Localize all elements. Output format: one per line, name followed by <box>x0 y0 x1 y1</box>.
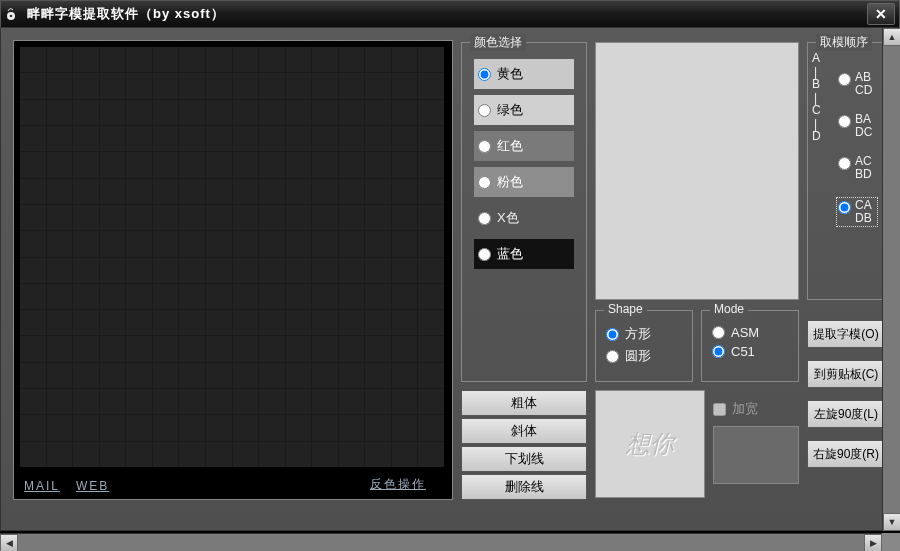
pixel-cell[interactable] <box>233 152 259 177</box>
pixel-cell[interactable] <box>418 231 444 256</box>
pixel-cell[interactable] <box>100 336 126 361</box>
pixel-cell[interactable] <box>126 336 152 361</box>
pixel-cell[interactable] <box>392 47 418 72</box>
pixel-cell[interactable] <box>126 179 152 204</box>
pixel-cell[interactable] <box>312 179 338 204</box>
pixel-cell[interactable] <box>286 258 312 283</box>
pixel-cell[interactable] <box>392 389 418 414</box>
pixel-cell[interactable] <box>392 363 418 388</box>
pixel-cell[interactable] <box>206 336 232 361</box>
pixel-cell[interactable] <box>20 363 46 388</box>
pixel-cell[interactable] <box>73 363 99 388</box>
mode-radio-asm[interactable] <box>712 326 725 339</box>
pixel-cell[interactable] <box>286 205 312 230</box>
pixel-cell[interactable] <box>233 389 259 414</box>
pixel-cell[interactable] <box>259 179 285 204</box>
pixel-cell[interactable] <box>126 126 152 151</box>
pixel-cell[interactable] <box>365 73 391 98</box>
pixel-cell[interactable] <box>206 442 232 467</box>
pixel-cell[interactable] <box>286 310 312 335</box>
pixel-cell[interactable] <box>259 231 285 256</box>
shape-radio-square[interactable] <box>606 328 619 341</box>
pixel-cell[interactable] <box>206 100 232 125</box>
pixel-cell[interactable] <box>392 415 418 440</box>
pixel-cell[interactable] <box>312 310 338 335</box>
mode-radio-c51[interactable] <box>712 345 725 358</box>
pixel-cell[interactable] <box>100 415 126 440</box>
widen-checkbox-row[interactable]: 加宽 <box>713 400 758 418</box>
invert-link[interactable]: 反色操作 <box>370 476 426 493</box>
pixel-cell[interactable] <box>73 231 99 256</box>
pixel-cell[interactable] <box>179 389 205 414</box>
pixel-cell[interactable] <box>233 100 259 125</box>
pixel-cell[interactable] <box>73 258 99 283</box>
pixel-cell[interactable] <box>339 47 365 72</box>
titlebar[interactable]: 畔畔字模提取软件（by xsoft） ✕ <box>0 0 900 28</box>
pixel-cell[interactable] <box>392 336 418 361</box>
pixel-cell[interactable] <box>20 389 46 414</box>
pixel-cell[interactable] <box>20 100 46 125</box>
pixel-cell[interactable] <box>126 389 152 414</box>
pixel-cell[interactable] <box>392 205 418 230</box>
scroll-up-icon[interactable]: ▲ <box>883 28 900 46</box>
pixel-cell[interactable] <box>206 310 232 335</box>
web-link[interactable]: WEB <box>76 479 109 493</box>
pixel-cell[interactable] <box>47 231 73 256</box>
pixel-cell[interactable] <box>312 363 338 388</box>
pixel-cell[interactable] <box>47 47 73 72</box>
pixel-cell[interactable] <box>365 126 391 151</box>
pixel-cell[interactable] <box>392 100 418 125</box>
pixel-cell[interactable] <box>100 152 126 177</box>
scroll-left-icon[interactable]: ◀ <box>0 534 18 551</box>
pixel-cell[interactable] <box>20 205 46 230</box>
pixel-cell[interactable] <box>179 310 205 335</box>
pixel-cell[interactable] <box>179 336 205 361</box>
pixel-cell[interactable] <box>100 126 126 151</box>
pixel-cell[interactable] <box>339 389 365 414</box>
pixel-cell[interactable] <box>47 415 73 440</box>
color-option-x[interactable]: X色 <box>474 203 574 233</box>
pixel-cell[interactable] <box>126 363 152 388</box>
pixel-cell[interactable] <box>286 442 312 467</box>
pixel-cell[interactable] <box>47 310 73 335</box>
pixel-cell[interactable] <box>47 126 73 151</box>
pixel-cell[interactable] <box>286 47 312 72</box>
extract-button[interactable]: 提取字模(O) <box>807 320 885 348</box>
pixel-cell[interactable] <box>259 389 285 414</box>
pixel-cell[interactable] <box>153 363 179 388</box>
pixel-cell[interactable] <box>179 363 205 388</box>
pixel-cell[interactable] <box>286 179 312 204</box>
pixel-cell[interactable] <box>179 231 205 256</box>
order-radio[interactable] <box>838 201 851 214</box>
italic-button[interactable]: 斜体 <box>461 418 587 444</box>
pixel-cell[interactable] <box>286 126 312 151</box>
pixel-cell[interactable] <box>339 205 365 230</box>
pixel-cell[interactable] <box>259 258 285 283</box>
pixel-cell[interactable] <box>418 179 444 204</box>
pixel-cell[interactable] <box>206 231 232 256</box>
pixel-cell[interactable] <box>179 47 205 72</box>
pixel-cell[interactable] <box>206 126 232 151</box>
clipboard-button[interactable]: 到剪贴板(C) <box>807 360 885 388</box>
color-option-blue[interactable]: 蓝色 <box>474 239 574 269</box>
pixel-cell[interactable] <box>47 389 73 414</box>
pixel-cell[interactable] <box>286 152 312 177</box>
pixel-cell[interactable] <box>286 284 312 309</box>
pixel-cell[interactable] <box>153 310 179 335</box>
pixel-cell[interactable] <box>259 363 285 388</box>
pixel-cell[interactable] <box>47 284 73 309</box>
pixel-cell[interactable] <box>126 442 152 467</box>
pixel-cell[interactable] <box>365 179 391 204</box>
pixel-cell[interactable] <box>365 205 391 230</box>
pixel-cell[interactable] <box>312 100 338 125</box>
pixel-cell[interactable] <box>339 100 365 125</box>
pixel-cell[interactable] <box>206 363 232 388</box>
pixel-cell[interactable] <box>392 73 418 98</box>
pixel-cell[interactable] <box>73 205 99 230</box>
widen-checkbox[interactable] <box>713 403 726 416</box>
order-option[interactable]: BADC <box>838 113 876 139</box>
pixel-cell[interactable] <box>418 126 444 151</box>
color-radio-green[interactable] <box>478 104 491 117</box>
pixel-cell[interactable] <box>392 310 418 335</box>
pixel-cell[interactable] <box>100 100 126 125</box>
